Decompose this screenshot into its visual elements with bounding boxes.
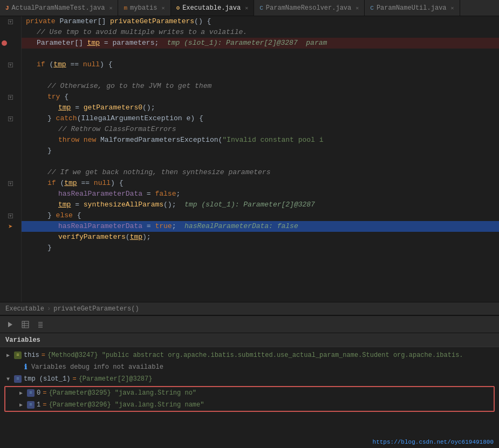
code-line-7: // Otherwise, go to the JVM to get them bbox=[22, 81, 499, 92]
code-line-20: hasRealParameterData = true; hasRealPara… bbox=[22, 221, 499, 232]
code-line-6 bbox=[22, 70, 499, 81]
code-line-5: if (tmp == null) { bbox=[22, 59, 499, 70]
gutter-8: ▼ bbox=[0, 92, 22, 102]
param-icon-1: C bbox=[259, 5, 263, 11]
code-line-21: verifyParameters(tmp); bbox=[22, 232, 499, 243]
gutter: ▼ ▼ ▼ ▼ ▼ ▼ ➤ bbox=[0, 16, 22, 302]
resume-button[interactable] bbox=[4, 319, 16, 330]
gutter-7 bbox=[0, 81, 22, 92]
gutter-17 bbox=[0, 189, 22, 199]
gutter-6 bbox=[0, 70, 22, 81]
code-line-1: private Parameter[] privateGetParameters… bbox=[22, 16, 499, 27]
gutter-18 bbox=[0, 199, 22, 210]
table-view-button[interactable] bbox=[19, 319, 31, 330]
status-url[interactable]: https://blog.csdn.net/oyc619491800 bbox=[373, 439, 494, 445]
gutter-22 bbox=[0, 243, 22, 253]
gutter-14 bbox=[0, 156, 22, 167]
status-bar: https://blog.csdn.net/oyc619491800 bbox=[367, 436, 499, 448]
breadcrumb-method: privateGetParameters() bbox=[53, 305, 139, 313]
code-line-17: hasRealParameterData = false; bbox=[22, 189, 499, 199]
java-icon: J bbox=[5, 5, 9, 11]
expand-0[interactable]: ▶ bbox=[17, 389, 25, 397]
exec-icon: ⚙ bbox=[176, 4, 180, 11]
info-icon: ℹ bbox=[22, 363, 29, 371]
var-row-this[interactable]: ▶ ≡ this = {Method@3247} "public abstrac… bbox=[0, 349, 499, 361]
svg-marker-0 bbox=[8, 322, 12, 327]
code-line-12: throw new MalformedParametersException("… bbox=[22, 135, 499, 146]
gutter-19: ▼ bbox=[0, 210, 22, 221]
gutter-21 bbox=[0, 232, 22, 243]
gutter-12 bbox=[0, 135, 22, 146]
panel-title: Variables bbox=[0, 333, 499, 347]
gutter-16: ▼ bbox=[0, 178, 22, 189]
tab-actual-param[interactable]: J ActualParamNameTest.java ✕ bbox=[0, 0, 118, 16]
var-row-tmp[interactable]: ▼ ≡ tmp (slot_1) = {Parameter[2]@3287} bbox=[0, 373, 499, 385]
expand-1[interactable]: ▶ bbox=[17, 401, 25, 409]
breadcrumb-bar: Executable › privateGetParameters() bbox=[0, 302, 499, 315]
var-row-info: ℹ Variables debug info not available bbox=[0, 361, 499, 373]
code-content[interactable]: private Parameter[] privateGetParameters… bbox=[22, 16, 499, 302]
breadcrumb-class: Executable bbox=[5, 305, 44, 313]
code-line-8: try { bbox=[22, 92, 499, 102]
tab-executable[interactable]: ⚙ Executable.java ✕ bbox=[171, 0, 255, 16]
expand-info bbox=[12, 363, 19, 371]
mybatis-icon: m bbox=[124, 5, 127, 11]
variables-area: ▶ ≡ this = {Method@3247} "public abstrac… bbox=[0, 347, 499, 415]
code-line-15: // If we get back nothing, then synthesi… bbox=[22, 167, 499, 178]
icon-0: ≡ bbox=[27, 389, 35, 397]
gutter-5: ▼ bbox=[0, 59, 22, 70]
tab-param-name-util[interactable]: C ParamNameUtil.java ✕ bbox=[365, 0, 460, 16]
gutter-2 bbox=[0, 27, 22, 38]
param-icon-2: C bbox=[370, 5, 374, 11]
var-row-0[interactable]: ▶ ≡ 0 = {Parameter@3295} "java.lang.Stri… bbox=[5, 387, 494, 399]
var-row-1[interactable]: ▶ ≡ 1 = {Parameter@3296} "java.lang.Stri… bbox=[5, 399, 494, 411]
expand-this[interactable]: ▶ bbox=[4, 351, 12, 359]
code-line-14 bbox=[22, 156, 499, 167]
gutter-11 bbox=[0, 124, 22, 135]
gutter-1: ▼ bbox=[0, 16, 22, 27]
gutter-3 bbox=[0, 38, 22, 49]
gutter-13 bbox=[0, 146, 22, 156]
tab-param-name-resolver[interactable]: C ParamNameResolver.java ✕ bbox=[254, 0, 365, 16]
code-line-10: } catch(IllegalArgumentException e) { bbox=[22, 113, 499, 124]
gutter-9 bbox=[0, 102, 22, 113]
code-line-2: // Use tmp to avoid multiple writes to a… bbox=[22, 27, 499, 38]
gutter-15 bbox=[0, 167, 22, 178]
code-line-18: tmp = synthesizeAllParams(); tmp (slot_1… bbox=[22, 199, 499, 210]
code-line-19: } else { bbox=[22, 210, 499, 221]
code-line-4 bbox=[22, 49, 499, 59]
icon-tmp: ≡ bbox=[14, 375, 22, 383]
svg-rect-1 bbox=[22, 321, 29, 328]
bottom-panel: Variables ▶ ≡ this = {Method@3247} "publ… bbox=[0, 315, 499, 415]
tab-mybatis[interactable]: m mybatis ✕ bbox=[118, 0, 170, 16]
gutter-20: ➤ bbox=[0, 221, 22, 232]
code-line-13: } bbox=[22, 146, 499, 156]
icon-this: ≡ bbox=[14, 351, 22, 359]
code-line-11: // Rethrow ClassFormatErrors bbox=[22, 124, 499, 135]
list-view-button[interactable] bbox=[35, 319, 46, 330]
gutter-10: ▼ bbox=[0, 113, 22, 124]
code-area: ▼ ▼ ▼ ▼ ▼ ▼ ➤ private Parameter[] privat… bbox=[0, 16, 499, 302]
icon-1: ≡ bbox=[27, 401, 35, 409]
code-line-22: } bbox=[22, 243, 499, 253]
code-line-16: if (tmp == null) { bbox=[22, 178, 499, 189]
debug-highlight-box: ▶ ≡ 0 = {Parameter@3295} "java.lang.Stri… bbox=[4, 386, 495, 412]
panel-toolbar bbox=[0, 316, 499, 333]
code-line-9: tmp = getParameters0(); bbox=[22, 102, 499, 113]
code-line-3: Parameter[] tmp = parameters; tmp (slot_… bbox=[22, 38, 499, 49]
expand-tmp[interactable]: ▼ bbox=[4, 375, 12, 383]
tab-bar: J ActualParamNameTest.java ✕ m mybatis ✕… bbox=[0, 0, 499, 16]
gutter-4 bbox=[0, 49, 22, 59]
